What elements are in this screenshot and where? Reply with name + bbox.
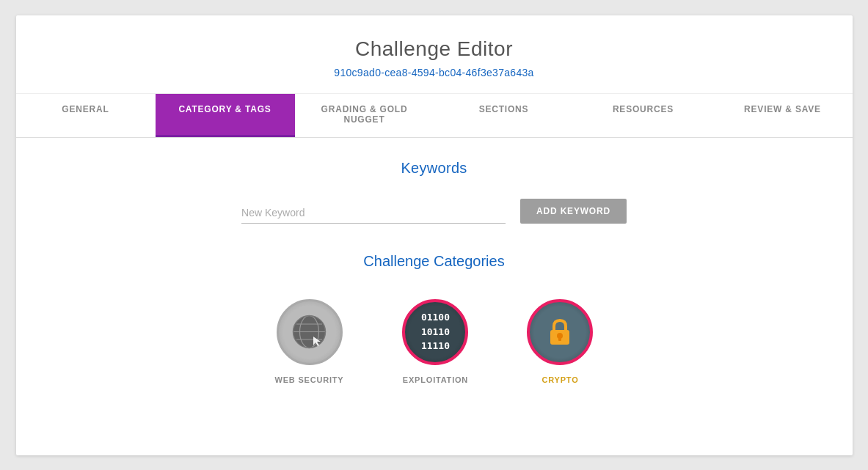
binary-text: 01100 10110 11110	[421, 310, 450, 353]
web-security-label: WEB SECURITY	[275, 375, 344, 384]
add-keyword-button[interactable]: ADD KEYWORD	[520, 199, 627, 224]
exploitation-label: EXPLOITATION	[403, 375, 468, 384]
crypto-lock-svg	[541, 313, 579, 351]
tab-general[interactable]: GENERAL	[16, 94, 156, 137]
keyword-input[interactable]	[241, 202, 506, 224]
content-area: Keywords ADD KEYWORD Challenge Categorie…	[16, 138, 853, 406]
binary-line-2: 10110	[421, 325, 450, 339]
tab-grading[interactable]: GRADING & GOLD NUGGET	[295, 94, 434, 137]
tab-review[interactable]: REVIEW & SAVE	[713, 94, 853, 137]
keyword-row: ADD KEYWORD	[60, 199, 809, 224]
header-section: Challenge Editor 910c9ad0-cea8-4594-bc04…	[16, 15, 853, 94]
keywords-title: Keywords	[60, 160, 809, 177]
tab-category-tags[interactable]: CATEGORY & TAGS	[156, 94, 295, 137]
main-card: Challenge Editor 910c9ad0-cea8-4594-bc04…	[16, 15, 853, 455]
web-security-svg	[289, 312, 329, 352]
categories-grid: WEB SECURITY 01100 10110 11110 EXPLOITAT…	[60, 299, 809, 384]
binary-line-3: 11110	[421, 339, 450, 353]
svg-rect-9	[558, 337, 561, 341]
tab-resources[interactable]: RESOURCES	[574, 94, 713, 137]
challenge-uuid: 910c9ad0-cea8-4594-bc04-46f3e37a643a	[31, 67, 838, 78]
category-web-security[interactable]: WEB SECURITY	[275, 299, 344, 384]
binary-line-1: 01100	[421, 310, 450, 325]
crypto-label: CRYPTO	[541, 375, 578, 384]
keyword-input-wrap	[241, 202, 506, 224]
web-security-icon-wrap	[277, 299, 343, 365]
tab-sections[interactable]: SECTIONS	[434, 94, 574, 137]
nav-tabs: GENERAL CATEGORY & TAGS GRADING & GOLD N…	[16, 94, 853, 138]
category-crypto[interactable]: CRYPTO	[527, 299, 593, 384]
categories-title: Challenge Categories	[60, 253, 809, 270]
exploitation-icon-wrap: 01100 10110 11110	[402, 299, 468, 365]
crypto-icon-wrap	[527, 299, 593, 365]
category-exploitation[interactable]: 01100 10110 11110 EXPLOITATION	[402, 299, 468, 384]
page-title: Challenge Editor	[31, 37, 838, 61]
